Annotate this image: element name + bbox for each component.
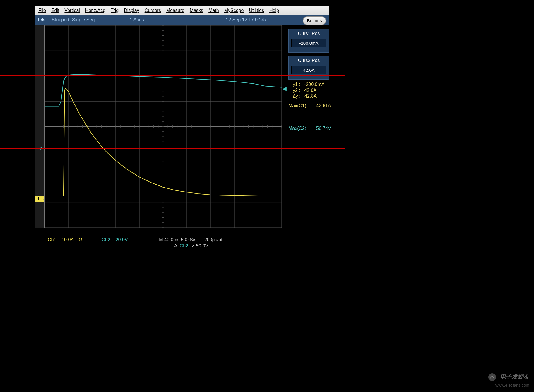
watermark-url: www.elecfans.com	[495, 383, 529, 388]
red-guide-h4	[0, 148, 345, 149]
ch1-scale: 10.0A	[61, 237, 73, 242]
trigger-readout: A Ch2 ↗ 50.0V	[174, 238, 208, 249]
watermark-icon	[488, 373, 497, 381]
meas-max-c1-label: Max(C1)	[288, 103, 306, 109]
menu-vertical[interactable]: Vertical	[64, 8, 80, 13]
svg-point-112	[488, 373, 496, 381]
trigger-source: Ch2	[180, 243, 188, 248]
ch2-scale: 20.0V	[116, 237, 128, 242]
cursor-y1: y1 : -200.0mA	[293, 82, 325, 87]
red-guide-h2	[0, 199, 345, 199]
cursor1-title: Curs1 Pos	[289, 29, 329, 38]
cursor2-title: Curs2 Pos	[289, 56, 329, 65]
menu-utilities[interactable]: Utilities	[249, 8, 264, 13]
buttons-button[interactable]: Buttons	[303, 16, 326, 25]
meas-max-c1-value: 42.61A	[316, 103, 331, 109]
acq-state: Stopped	[52, 17, 69, 23]
waveform-display[interactable]	[44, 25, 282, 228]
red-guide-h3	[0, 75, 345, 76]
ch1-coupling: Ω	[79, 237, 82, 242]
menu-edit[interactable]: Edit	[51, 8, 59, 13]
menu-myscope[interactable]: MyScope	[224, 8, 244, 13]
menu-masks[interactable]: Masks	[190, 8, 203, 13]
meas-max-c2-value: 56.74V	[316, 126, 331, 131]
cursor1-value[interactable]: -200.0mA	[291, 39, 326, 47]
ch2-label: Ch2	[102, 237, 110, 242]
menu-trig[interactable]: Trig	[111, 8, 119, 13]
ch2-right-marker: ◀	[283, 85, 287, 92]
ch1-label: Ch1	[48, 237, 56, 242]
meas-max-c2-label: Max(C2)	[288, 126, 306, 131]
red-guide-h1	[0, 90, 345, 90]
menu-display[interactable]: Display	[124, 8, 139, 13]
datetime-label: 12 Sep 12 17:07:47	[226, 17, 267, 23]
trigger-level: 50.0V	[196, 243, 208, 248]
status-bar: Tek Stopped Single Seq 1 Acqs 12 Sep 12 …	[35, 15, 329, 25]
cursor2-value[interactable]: 42.6A	[291, 66, 326, 74]
cursor-y2: y2 : 42.6A	[293, 88, 316, 93]
acq-mode: Single Seq	[72, 17, 95, 23]
cursor-dy: ∆y : 42.8A	[293, 94, 317, 99]
menu-file[interactable]: File	[38, 8, 46, 13]
menu-help[interactable]: Help	[269, 8, 279, 13]
menu-math[interactable]: Math	[208, 8, 219, 13]
trigger-slope-icon: ↗	[191, 243, 195, 248]
watermark-brand: 电子发烧友	[500, 373, 529, 380]
cursor2-panel: Curs2 Pos 42.6A	[288, 56, 329, 80]
menu-measure[interactable]: Measure	[166, 8, 184, 13]
red-guide-v2	[251, 25, 251, 274]
cursor1-panel: Curs1 Pos -200.0mA	[288, 29, 329, 53]
menu-bar: File Edit Vertical Horiz/Acq Trig Displa…	[35, 6, 329, 15]
menu-cursors[interactable]: Cursors	[145, 8, 161, 13]
trigger-prefix: A	[174, 243, 177, 248]
acq-count: 1 Acqs	[130, 17, 144, 23]
menu-horiz-acq[interactable]: Horiz/Acq	[85, 8, 105, 13]
watermark: 电子发烧友 www.elecfans.com	[488, 373, 529, 388]
brand-label: Tek	[37, 17, 44, 23]
